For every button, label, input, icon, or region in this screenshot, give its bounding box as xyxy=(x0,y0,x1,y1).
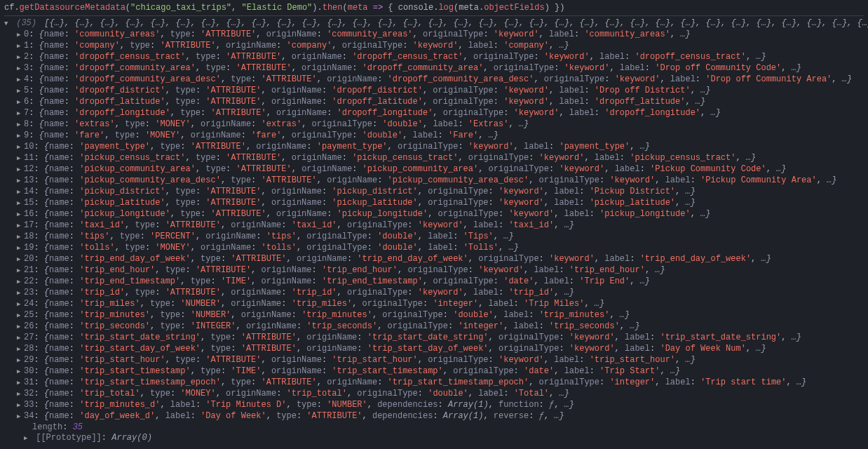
array-item[interactable]: 15: {name: 'pickup_latitude', type: 'ATT… xyxy=(4,198,864,209)
array-item[interactable]: 8: {name: 'extras', type: 'MONEY', origi… xyxy=(4,119,864,130)
object-key: label xyxy=(559,97,584,107)
array-item[interactable]: 22: {name: 'trip_end_timestamp', type: '… xyxy=(4,276,864,288)
object-key: type xyxy=(150,299,170,309)
array-item[interactable]: 2: {name: 'dropoff_census_tract', type: … xyxy=(4,52,864,63)
array-item[interactable]: 33: {name: 'trip_minutes_d', label: 'Tri… xyxy=(4,400,864,411)
expand-toggle-icon[interactable] xyxy=(17,175,24,187)
array-item[interactable]: 29: {name: 'trip_start_hour', type: 'ATT… xyxy=(4,355,864,366)
object-value-string: 'pickup_census_tract' xyxy=(630,153,735,163)
array-item[interactable]: 26: {name: 'trip_seconds', type: 'INTEGE… xyxy=(4,321,864,333)
expand-toggle-icon[interactable] xyxy=(17,187,24,198)
expand-toggle-icon[interactable] xyxy=(17,344,24,355)
object-key: type xyxy=(205,63,226,73)
object-value-string: 'ATTRIBUTE' xyxy=(226,153,281,163)
expand-toggle-icon[interactable] xyxy=(17,164,24,175)
expand-toggle-icon[interactable] xyxy=(17,400,24,411)
object-key: label xyxy=(670,74,696,84)
expand-toggle-icon[interactable] xyxy=(17,198,24,209)
object-value-string: 'trip_end_hour' xyxy=(569,265,645,275)
array-item[interactable]: 1: {name: 'company', type: 'ATTRIBUTE', … xyxy=(4,41,864,52)
array-item[interactable]: 32: {name: 'trip_total', type: 'MONEY', … xyxy=(4,389,864,400)
object-value-string: 'pickup_community_area' xyxy=(362,164,479,174)
array-item[interactable]: 4: {name: 'dropoff_community_area_desc',… xyxy=(4,74,864,86)
expand-toggle-icon[interactable] xyxy=(17,119,24,130)
object-key: label xyxy=(524,142,549,152)
object-key: dependencies xyxy=(377,400,438,410)
array-item[interactable]: 17: {name: 'taxi_id', type: 'ATTRIBUTE',… xyxy=(4,220,864,232)
array-item[interactable]: 24: {name: 'trip_miles', type: 'NUMBER',… xyxy=(4,299,864,310)
expand-toggle-icon[interactable] xyxy=(17,288,24,299)
expand-toggle-icon[interactable] xyxy=(17,130,24,142)
object-value-string: 'date' xyxy=(503,276,534,286)
object-key: label xyxy=(170,400,196,410)
expand-toggle-icon[interactable] xyxy=(17,276,24,288)
expand-toggle-icon[interactable] xyxy=(17,74,24,86)
expand-toggle-icon[interactable] xyxy=(17,321,24,333)
array-item[interactable]: 19: {name: 'tolls', type: 'MONEY', origi… xyxy=(4,243,864,254)
array-item[interactable]: 5: {name: 'dropoff_district', type: 'ATT… xyxy=(4,86,864,97)
expand-toggle-icon[interactable] xyxy=(24,433,31,444)
expand-toggle-icon[interactable] xyxy=(17,41,24,52)
array-item[interactable]: 25: {name: 'trip_minutes', type: 'NUMBER… xyxy=(4,310,864,321)
array-item[interactable]: 34: {name: 'day_of_week_d', label: 'Day … xyxy=(4,411,864,422)
array-item[interactable]: 14: {name: 'pickup_district', type: 'ATT… xyxy=(4,187,864,198)
object-value-string: 'INTEGER' xyxy=(191,321,236,331)
expand-toggle-icon[interactable] xyxy=(17,142,24,153)
array-item[interactable]: 16: {name: 'pickup_longitude', type: 'AT… xyxy=(4,209,864,220)
array-item[interactable]: 7: {name: 'dropoff_longitude', type: 'AT… xyxy=(4,108,864,119)
array-item[interactable]: 3: {name: 'dropoff_community_area', type… xyxy=(4,63,864,74)
expand-toggle-icon[interactable] xyxy=(17,86,24,97)
array-item[interactable]: 9: {name: 'fare', type: 'MONEY', originN… xyxy=(4,130,864,142)
array-item[interactable]: 18: {name: 'tips', type: 'PERCENT', orig… xyxy=(4,232,864,243)
expand-toggle-icon[interactable] xyxy=(17,153,24,164)
object-key: type xyxy=(231,175,251,185)
array-header[interactable]: (35) [{…}, {…}, {…}, {…}, {…}, {…}, {…},… xyxy=(4,18,864,29)
array-item[interactable]: 31: {name: 'trip_start_timestamp_epoch',… xyxy=(4,377,864,389)
array-prototype[interactable]: [[Prototype]]: Array(0) xyxy=(4,433,864,444)
expand-toggle-icon[interactable] xyxy=(4,18,11,29)
expand-toggle-icon[interactable] xyxy=(17,243,24,254)
array-item[interactable]: 10: {name: 'payment_type', type: 'ATTRIB… xyxy=(4,142,864,153)
array-item[interactable]: 6: {name: 'dropoff_latitude', type: 'ATT… xyxy=(4,97,864,108)
expand-toggle-icon[interactable] xyxy=(17,355,24,366)
array-item[interactable]: 27: {name: 'trip_start_date_string', typ… xyxy=(4,333,864,344)
expand-toggle-icon[interactable] xyxy=(17,97,24,108)
expand-toggle-icon[interactable] xyxy=(17,220,24,232)
expand-toggle-icon[interactable] xyxy=(17,63,24,74)
array-item[interactable]: 13: {name: 'pickup_community_area_desc',… xyxy=(4,175,864,187)
expand-toggle-icon[interactable] xyxy=(17,29,24,41)
expand-toggle-icon[interactable] xyxy=(17,108,24,119)
array-index: 29 xyxy=(24,355,34,365)
object-value-string: 'tolls' xyxy=(262,243,297,253)
array-item[interactable]: 11: {name: 'pickup_census_tract', type: … xyxy=(4,153,864,164)
object-value-string: 'trip_id' xyxy=(79,288,125,297)
expand-toggle-icon[interactable] xyxy=(17,333,24,344)
array-item[interactable]: 30: {name: 'trip_start_timestamp', type:… xyxy=(4,366,864,377)
expand-toggle-icon[interactable] xyxy=(17,209,24,220)
array-item[interactable]: 23: {name: 'trip_id', type: 'ATTRIBUTE',… xyxy=(4,288,864,299)
object-value-string: 'integer' xyxy=(458,321,503,331)
object-key: type xyxy=(125,243,145,253)
object-key: label xyxy=(489,299,514,309)
expand-toggle-icon[interactable] xyxy=(17,265,24,276)
array-item[interactable]: 0: {name: 'community_areas', type: 'ATTR… xyxy=(4,29,864,41)
expand-toggle-icon[interactable] xyxy=(17,389,24,400)
expand-toggle-icon[interactable] xyxy=(17,366,24,377)
expand-toggle-icon[interactable] xyxy=(17,377,24,389)
expand-toggle-icon[interactable] xyxy=(17,52,24,63)
expand-toggle-icon[interactable] xyxy=(17,411,24,422)
array-item[interactable]: 28: {name: 'trip_start_day_of_week', typ… xyxy=(4,344,864,355)
array-index: 12 xyxy=(24,164,34,174)
array-item[interactable]: 12: {name: 'pickup_community_area', type… xyxy=(4,164,864,175)
object-value-string: 'keyword' xyxy=(559,164,604,174)
expand-toggle-icon[interactable] xyxy=(17,232,24,243)
object-key: name xyxy=(49,164,69,174)
expand-toggle-icon[interactable] xyxy=(17,254,24,265)
object-key: originName xyxy=(226,389,276,398)
expand-toggle-icon[interactable] xyxy=(17,310,24,321)
object-key: type xyxy=(201,254,221,264)
array-item[interactable]: 21: {name: 'trip_end_hour', type: 'ATTRI… xyxy=(4,265,864,276)
array-item[interactable]: 20: {name: 'trip_end_day_of_week', type:… xyxy=(4,254,864,265)
object-key: name xyxy=(44,41,65,51)
expand-toggle-icon[interactable] xyxy=(17,299,24,310)
